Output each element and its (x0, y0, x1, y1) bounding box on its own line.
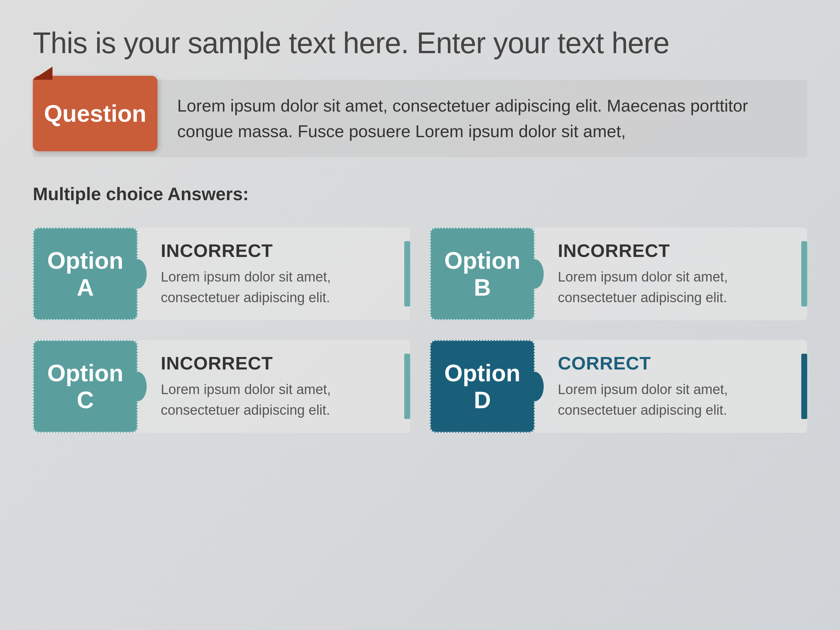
question-banner: Question Lorem ipsum dolor sit amet, con… (33, 80, 807, 157)
option-card-c[interactable]: Option C INCORRECT Lorem ipsum dolor sit… (33, 340, 410, 433)
option-c-desc: Lorem ipsum dolor sit amet, consectetuer… (161, 379, 397, 420)
option-d-line1: Option (444, 360, 520, 387)
option-content-d: CORRECT Lorem ipsum dolor sit amet, cons… (535, 340, 807, 433)
option-b-line2: B (474, 274, 491, 301)
option-d-result: CORRECT (558, 352, 794, 374)
option-content-a: INCORRECT Lorem ipsum dolor sit amet, co… (138, 227, 410, 320)
option-label-b: Option B (430, 227, 535, 320)
option-c-result: INCORRECT (161, 352, 397, 374)
option-d-line2: D (474, 387, 491, 414)
page-title: This is your sample text here. Enter you… (33, 26, 807, 60)
option-label-d: Option D (430, 340, 535, 433)
option-a-line1: Option (47, 247, 123, 274)
option-c-line2: C (77, 387, 94, 414)
option-card-b[interactable]: Option B INCORRECT Lorem ipsum dolor sit… (430, 227, 807, 320)
option-d-desc: Lorem ipsum dolor sit amet, consectetuer… (558, 379, 794, 420)
question-badge: Question (33, 76, 158, 151)
option-b-line1: Option (444, 247, 520, 274)
option-b-result: INCORRECT (558, 240, 794, 261)
option-card-a[interactable]: Option A INCORRECT Lorem ipsum dolor sit… (33, 227, 410, 320)
option-card-d[interactable]: Option D CORRECT Lorem ipsum dolor sit a… (430, 340, 807, 433)
option-label-a: Option A (33, 227, 138, 320)
question-label: Question (44, 100, 146, 127)
question-text: Lorem ipsum dolor sit amet, consectetuer… (158, 80, 807, 157)
mc-answers-label: Multiple choice Answers: (33, 183, 807, 204)
option-c-line1: Option (47, 360, 123, 387)
option-content-b: INCORRECT Lorem ipsum dolor sit amet, co… (535, 227, 807, 320)
main-content: This is your sample text here. Enter you… (0, 0, 840, 453)
option-label-c: Option C (33, 340, 138, 433)
options-grid: Option A INCORRECT Lorem ipsum dolor sit… (33, 227, 807, 433)
option-a-desc: Lorem ipsum dolor sit amet, consectetuer… (161, 267, 397, 308)
option-b-desc: Lorem ipsum dolor sit amet, consectetuer… (558, 267, 794, 308)
option-a-result: INCORRECT (161, 240, 397, 261)
option-a-line2: A (77, 274, 94, 301)
option-content-c: INCORRECT Lorem ipsum dolor sit amet, co… (138, 340, 410, 433)
